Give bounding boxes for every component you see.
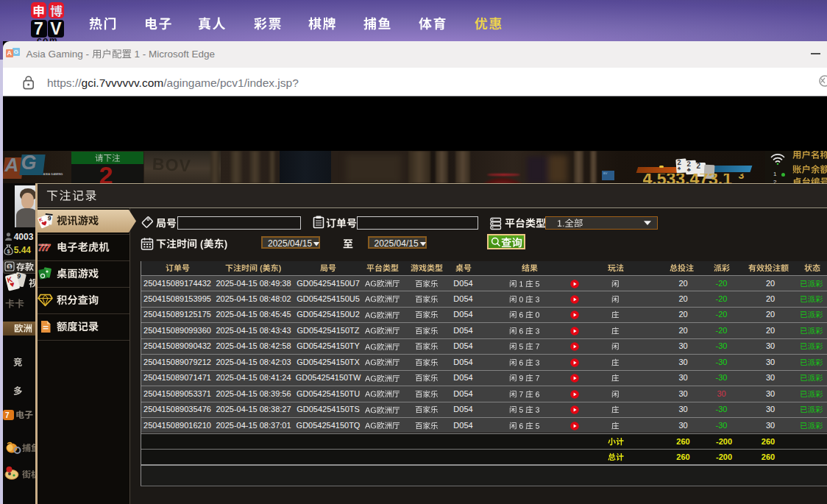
svg-text:*: * bbox=[10, 238, 13, 241]
svg-text:$: $ bbox=[8, 264, 11, 270]
svg-text:$: $ bbox=[7, 248, 10, 255]
svg-text:777: 777 bbox=[38, 242, 51, 253]
